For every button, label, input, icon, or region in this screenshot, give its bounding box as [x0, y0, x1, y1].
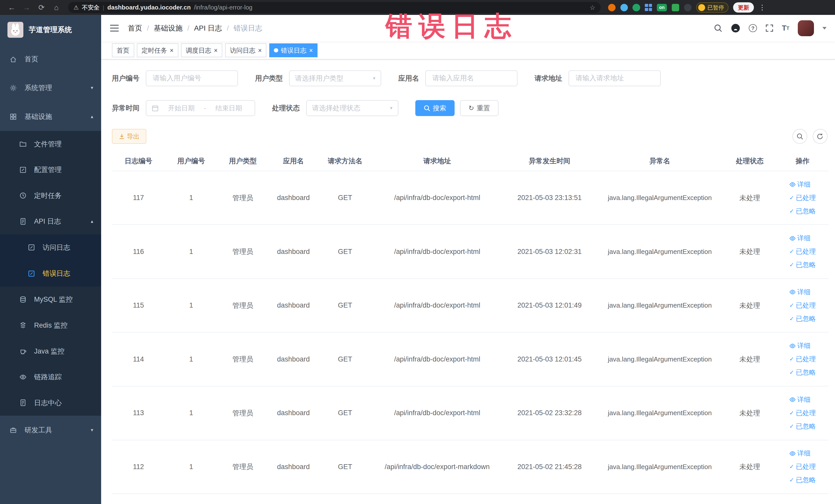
- sidebar-item-error-log[interactable]: 错误日志: [0, 260, 101, 286]
- browser-menu-icon[interactable]: ⋮: [759, 3, 765, 12]
- hamburger-icon[interactable]: [109, 24, 119, 32]
- sidebar-item-java-monitor[interactable]: Java 监控: [0, 338, 101, 364]
- profile-paused-badge[interactable]: 已暂停: [696, 2, 728, 12]
- cell-exception: java.lang.IllegalArgumentException: [596, 386, 723, 440]
- close-icon[interactable]: ×: [214, 47, 218, 54]
- sidebar-item-api-log[interactable]: API 日志 ▴: [0, 208, 101, 235]
- tab-scheduled-jobs[interactable]: 定时任务 ×: [137, 43, 178, 57]
- breadcrumb-separator: /: [187, 24, 189, 32]
- refresh-table-button[interactable]: [813, 129, 828, 144]
- sidebar-item-config-management[interactable]: 配置管理: [0, 157, 101, 183]
- mark-processed-link[interactable]: ✓已处理: [789, 299, 816, 312]
- sidebar-item-label: 错误日志: [43, 269, 70, 278]
- mark-ignored-link[interactable]: ✓已忽略: [789, 312, 816, 326]
- close-icon[interactable]: ×: [309, 47, 313, 54]
- extension-puzzle-icon[interactable]: [684, 4, 692, 11]
- search-icon[interactable]: [714, 24, 722, 32]
- extension-icon-3[interactable]: [632, 4, 640, 11]
- update-button[interactable]: 更新: [733, 2, 754, 12]
- mark-ignored-link[interactable]: ✓已忽略: [789, 420, 816, 433]
- font-size-icon[interactable]: TT: [782, 24, 789, 32]
- detail-link[interactable]: 详细: [789, 178, 811, 191]
- main-area: 首页 / 基础设施 / API 日志 / 错误日志 ?: [101, 15, 835, 504]
- tab-error-log[interactable]: 错误日志 ×: [269, 43, 318, 57]
- column-header: 请求方法名: [319, 151, 372, 171]
- sidebar-item-access-log[interactable]: 访问日志: [0, 235, 101, 261]
- tab-home[interactable]: 首页: [112, 43, 134, 57]
- table-row: 115 1 管理员 dashboard GET /api/infra/db-do…: [112, 279, 829, 332]
- fullscreen-icon[interactable]: [766, 24, 773, 32]
- detail-link[interactable]: 详细: [789, 231, 811, 245]
- user-type-select[interactable]: 请选择用户类型 ▾: [289, 70, 381, 86]
- sidebar-item-scheduled-jobs[interactable]: 定时任务: [0, 183, 101, 209]
- sidebar-item-home[interactable]: 首页: [0, 45, 101, 74]
- sidebar-item-infra[interactable]: 基础设施 ▴: [0, 102, 101, 131]
- back-icon[interactable]: ←: [5, 0, 18, 15]
- breadcrumb-item[interactable]: 基础设施: [154, 23, 183, 33]
- extension-on-badge[interactable]: on: [657, 4, 667, 11]
- mark-ignored-link[interactable]: ✓已忽略: [789, 205, 816, 218]
- cell-exception: java.lang.IllegalArgumentException: [596, 225, 723, 279]
- help-icon[interactable]: ?: [749, 24, 757, 32]
- tab-label: 访问日志: [230, 46, 256, 55]
- filter-row-2: 异常时间 开始日期 - 结束日期 处理状态 请选择处理状态 ▾: [112, 100, 828, 116]
- caret-down-icon[interactable]: [822, 27, 827, 32]
- reload-icon[interactable]: ⟳: [35, 0, 48, 15]
- extension-icon-1[interactable]: [608, 4, 615, 11]
- cell-time: 2021-05-03 12:01:45: [503, 332, 596, 386]
- sidebar-item-redis-monitor[interactable]: Redis 监控: [0, 313, 101, 338]
- breadcrumb-item[interactable]: API 日志: [194, 23, 222, 33]
- mark-processed-link[interactable]: ✓已处理: [789, 245, 816, 258]
- process-status-select[interactable]: 请选择处理状态 ▾: [306, 100, 399, 116]
- tab-label: 错误日志: [281, 46, 306, 55]
- check-icon: ✓: [789, 191, 794, 205]
- export-button[interactable]: 导出: [112, 129, 147, 144]
- detail-link[interactable]: 详细: [789, 447, 811, 460]
- mark-ignored-link[interactable]: ✓已忽略: [789, 366, 816, 379]
- mark-ignored-link[interactable]: ✓已忽略: [789, 258, 816, 271]
- sidebar-item-mysql-monitor[interactable]: MySQL 监控: [0, 286, 101, 313]
- mark-ignored-link[interactable]: ✓已忽略: [789, 473, 816, 487]
- breadcrumb-item[interactable]: 首页: [128, 23, 142, 33]
- mark-processed-link[interactable]: ✓已处理: [789, 352, 816, 366]
- logo: 芋道管理系统: [0, 15, 101, 45]
- user-id-input[interactable]: [146, 70, 238, 86]
- exception-time-range-picker[interactable]: 开始日期 - 结束日期: [146, 100, 255, 116]
- tab-schedule-log[interactable]: 调度日志 ×: [181, 43, 223, 57]
- close-icon[interactable]: ×: [258, 47, 262, 54]
- forward-icon[interactable]: →: [20, 0, 33, 15]
- sidebar-item-file-management[interactable]: 文件管理: [0, 131, 101, 157]
- detail-link[interactable]: 详细: [789, 393, 811, 406]
- mark-processed-link[interactable]: ✓已处理: [789, 460, 816, 473]
- app-name-input[interactable]: [425, 70, 517, 86]
- mark-processed-link[interactable]: ✓已处理: [789, 191, 816, 205]
- extension-icon-4[interactable]: [672, 4, 679, 11]
- cell-method: GET: [319, 332, 372, 386]
- toggle-search-button[interactable]: [792, 129, 807, 144]
- check-icon: ✓: [789, 406, 794, 420]
- mark-processed-link[interactable]: ✓已处理: [789, 406, 816, 420]
- sidebar-item-dev-tools[interactable]: 研发工具 ▾: [0, 416, 101, 444]
- home-browser-icon[interactable]: ⌂: [50, 0, 63, 15]
- cell-status: 未处理: [723, 386, 776, 440]
- extension-icon-2[interactable]: [620, 4, 628, 11]
- table-row: 117 1 管理员 dashboard GET /api/infra/db-do…: [112, 171, 829, 225]
- user-avatar[interactable]: [798, 20, 814, 36]
- extension-grid-icon[interactable]: [645, 4, 652, 11]
- bookmark-star-icon[interactable]: ☆: [590, 4, 595, 11]
- detail-link[interactable]: 详细: [789, 339, 811, 352]
- reset-button[interactable]: ↻ 重置: [460, 100, 498, 116]
- cell-actions: 详细 ✓已处理 ✓已忽略: [776, 279, 829, 332]
- sidebar-item-tracing[interactable]: 链路追踪: [0, 364, 101, 390]
- search-button[interactable]: 搜索: [415, 100, 454, 116]
- address-bar[interactable]: ⚠ 不安全 | dashboard.yudao.iocoder.cn/infra…: [68, 2, 600, 13]
- sidebar: 芋道管理系统 首页 系统管理 ▾ 基础设施 ▴ 文件管理: [0, 15, 101, 504]
- detail-link[interactable]: 详细: [789, 285, 811, 299]
- tab-access-log[interactable]: 访问日志 ×: [225, 43, 267, 57]
- close-icon[interactable]: ×: [170, 47, 174, 54]
- github-icon[interactable]: [731, 23, 740, 33]
- request-url-input[interactable]: [569, 70, 661, 86]
- sidebar-item-log-center[interactable]: 日志中心: [0, 390, 101, 416]
- sidebar-item-system[interactable]: 系统管理 ▾: [0, 74, 101, 102]
- sidebar-item-label: 日志中心: [34, 398, 62, 407]
